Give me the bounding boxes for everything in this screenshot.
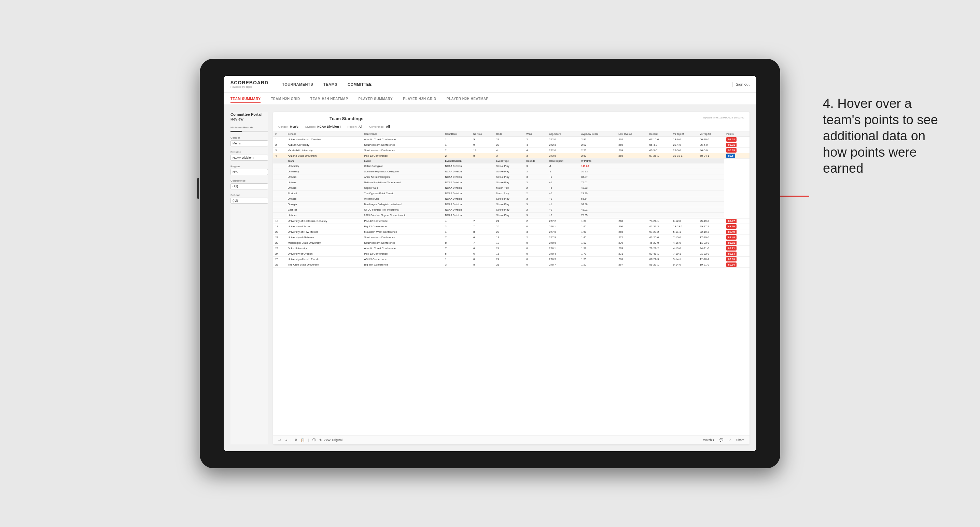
hover-cell-rank-impact: -1 <box>547 163 579 169</box>
sidebar-label-region: Region <box>231 165 268 168</box>
cell-points[interactable]: 90.35 <box>724 148 749 153</box>
hover-cell-empty <box>273 163 286 169</box>
paste-button[interactable]: 📋 <box>301 438 305 442</box>
points-badge: 88.49 <box>726 230 737 234</box>
filter-label-conference: Conference: <box>369 125 385 129</box>
sub-nav-player-summary[interactable]: PLAYER SUMMARY <box>358 95 393 102</box>
undo-button[interactable]: ↩ <box>278 438 281 442</box>
cell-wins: 4 <box>524 142 547 148</box>
expand-button[interactable]: ⤢ <box>728 438 731 442</box>
hover-cell-event-division: NCAA Division I <box>443 196 495 202</box>
watch-button[interactable]: Watch ▾ <box>703 438 714 442</box>
th-school: School <box>286 132 362 137</box>
hover-cell-event-type: Match Play <box>494 185 524 191</box>
cell-points[interactable]: 97.02 <box>724 137 749 142</box>
hover-cell-rounds: 3 <box>524 180 547 185</box>
nav-item-committee[interactable]: COMMITTEE <box>348 81 372 88</box>
hover-cell-event-type: Match Play <box>494 191 524 196</box>
cell-conference: Southeastern Conference <box>362 148 443 153</box>
cell-school[interactable]: Arizona State University <box>286 153 362 159</box>
sign-out-button[interactable]: Sign out <box>736 82 749 86</box>
cell-school[interactable]: Vanderbilt University <box>286 148 362 153</box>
redo-button[interactable]: ↪ <box>285 438 287 442</box>
table-row: 4 Arizona State University Pac-12 Confer… <box>273 153 749 159</box>
view-icon: 👁 <box>319 438 322 442</box>
th-adj-score: Adj. Score <box>547 132 579 137</box>
cell-school[interactable]: University of North Carolina <box>286 137 362 142</box>
sidebar-title: Committee Portal Review <box>231 112 268 122</box>
info-button[interactable]: ⓘ <box>312 438 316 442</box>
hover-cell-w-points: 21.29 <box>579 191 724 196</box>
comment-button[interactable]: 💬 <box>719 438 723 442</box>
sidebar-section-region: Region N/A <box>231 165 268 175</box>
sub-nav-player-h2h-heatmap[interactable]: PLAYER H2H HEATMAP <box>447 95 488 102</box>
th-avg-low: Avg Low Score <box>579 132 616 137</box>
cell-vs25: 29-5-0 <box>671 148 698 153</box>
nav-item-tournaments[interactable]: TOURNAMENTS <box>282 81 313 88</box>
filter-group-gender: Gender: Men's <box>278 125 298 129</box>
cell-avg-low: 2.50 <box>579 153 616 159</box>
th-rnds: Rnds <box>494 132 524 137</box>
cell-record: 86-4-0 <box>648 142 671 148</box>
hover-th-rank-impact: Rank Impact <box>547 159 579 163</box>
hover-cell-team: University <box>286 163 362 169</box>
sidebar-section-min-rounds: Minimum Rounds <box>231 126 268 132</box>
hover-cell-event: Williams Cup <box>362 196 443 202</box>
cell-avg-low: 2.82 <box>579 142 616 148</box>
cell-record: 67-10-0 <box>648 137 671 142</box>
sidebar-value-region[interactable]: N/A <box>231 169 268 175</box>
points-badge: 93.31 <box>726 143 737 147</box>
hover-th-w-points: W Points <box>579 159 724 163</box>
sub-nav-team-h2h-grid[interactable]: TEAM H2H GRID <box>271 95 300 102</box>
hover-cell-event: 2023 Sahalee Players Championship <box>362 213 443 219</box>
sidebar-label-min-rounds: Minimum Rounds <box>231 126 268 129</box>
th-vs25: Vs Top 25 <box>671 132 698 137</box>
th-low-overall: Low Overall <box>616 132 648 137</box>
toolbar-right: Watch ▾ 💬 ⤢ Share <box>703 438 745 442</box>
hover-cell-w-points: 97.88 <box>579 202 724 207</box>
view-selector[interactable]: 👁 View: Original <box>319 438 342 442</box>
cell-wins: 3 <box>524 153 547 159</box>
nav-item-teams[interactable]: TEAMS <box>323 81 337 88</box>
sidebar-value-division[interactable]: NCAA Division I <box>231 155 268 161</box>
cell-points[interactable]: 89.5 <box>724 153 749 159</box>
cell-vs25: 13-9-0 <box>671 137 698 142</box>
th-wins: Wins <box>524 132 547 137</box>
filter-group-conference: Conference: All <box>369 125 390 129</box>
cell-conf-rank: 2 <box>443 153 471 159</box>
table-row: 23 Duke University Atlantic Coast Confer… <box>273 246 749 251</box>
copy-button[interactable]: ⧉ <box>295 438 297 442</box>
hover-th-event: Event <box>362 159 443 163</box>
share-button[interactable]: Share <box>736 438 745 442</box>
hover-data-row: Univers 2023 Sahalee Players Championshi… <box>273 213 749 219</box>
points-badge: 90.35 <box>726 148 737 152</box>
cell-adj-score: 273.5 <box>547 153 579 159</box>
filters-row: Gender: Men's Division: NCAA Division I … <box>273 123 749 132</box>
points-badge: 80.94 <box>726 262 737 267</box>
sidebar-label-school: School <box>231 194 268 197</box>
sidebar-slider[interactable] <box>231 131 268 132</box>
th-num: # <box>273 132 286 137</box>
hover-header-row: Team Event Event Division Event Type Rou… <box>273 159 749 163</box>
filter-value-region: All <box>358 125 363 129</box>
sub-nav-team-summary[interactable]: TEAM SUMMARY <box>231 95 261 103</box>
hover-cell-event-type: Stroke Play <box>494 213 524 219</box>
sidebar-value-conference[interactable]: (All) <box>231 183 268 189</box>
filter-group-division: Division: NCAA Division I <box>305 125 340 129</box>
view-label: View: Original <box>324 438 342 442</box>
table-row: 26 The Ohio State University Big Ten Con… <box>273 262 749 268</box>
hover-cell-rank-impact: +1 <box>547 175 579 180</box>
cell-school[interactable]: Auburn University <box>286 142 362 148</box>
sidebar-value-gender[interactable]: Men's <box>231 140 268 146</box>
cell-record: 63-5-0 <box>648 148 671 153</box>
sidebar-value-school[interactable]: (All) <box>231 198 268 204</box>
hover-cell-rounds: 3 <box>524 202 547 207</box>
sub-nav-player-h2h-grid[interactable]: PLAYER H2H GRID <box>403 95 436 102</box>
th-conf-rank: Conf Rank <box>443 132 471 137</box>
cell-adj-score: 272.0 <box>547 137 579 142</box>
data-table-container[interactable]: # School Conference Conf Rank No Tour Rn… <box>273 132 749 435</box>
table-header-row: # School Conference Conf Rank No Tour Rn… <box>273 132 749 137</box>
hover-cell-rounds: 3 <box>524 163 547 169</box>
cell-points[interactable]: 93.31 <box>724 142 749 148</box>
sub-nav-team-h2h-heatmap[interactable]: TEAM H2H HEATMAP <box>310 95 348 102</box>
